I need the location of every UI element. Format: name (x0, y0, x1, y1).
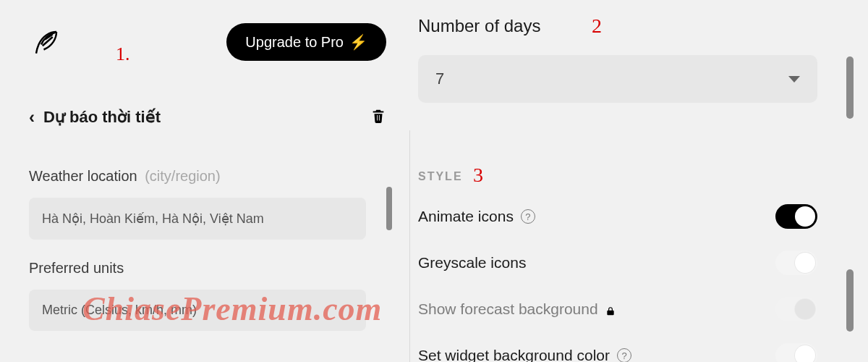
preferred-units-value: Metric (Celsius, km/h, mm) (42, 303, 197, 318)
upgrade-to-pro-button[interactable]: Upgrade to Pro ⚡ (226, 23, 386, 61)
widget-bg-color-label: Set widget background color (418, 347, 610, 362)
number-of-days-label: Number of days (418, 16, 540, 35)
style-row-show-forecast-bg: Show forecast background (418, 297, 817, 321)
weather-location-input[interactable]: Hà Nội, Hoàn Kiếm, Hà Nội, Việt Nam (29, 198, 366, 240)
scrollbar-thumb[interactable] (846, 56, 854, 119)
show-forecast-bg-toggle (775, 297, 817, 321)
style-row-animate-icons: Animate icons ? (418, 204, 817, 229)
weather-location-hint: (city/region) (145, 168, 220, 184)
page-title: Dự báo thời tiết (43, 108, 161, 127)
annotation-1: 1. (116, 43, 130, 65)
delete-button[interactable] (370, 107, 386, 127)
help-icon[interactable]: ? (617, 348, 631, 362)
animate-icons-label: Animate icons (418, 208, 514, 225)
greyscale-icons-toggle[interactable] (775, 251, 817, 275)
lightning-icon: ⚡ (349, 33, 367, 51)
caret-down-icon (788, 76, 800, 83)
greyscale-icons-label: Greyscale icons (418, 254, 526, 272)
help-icon[interactable]: ? (521, 209, 535, 224)
upgrade-label: Upgrade to Pro (245, 34, 344, 51)
back-button[interactable]: ‹ (29, 107, 43, 127)
number-of-days-select[interactable]: 7 (418, 55, 817, 103)
scrollbar-thumb[interactable] (846, 269, 854, 332)
preferred-units-label: Preferred units (29, 260, 124, 276)
feather-icon (29, 25, 64, 59)
weather-location-value: Hà Nội, Hoàn Kiếm, Hà Nội, Việt Nam (42, 211, 264, 227)
show-forecast-bg-label: Show forecast background (418, 300, 598, 318)
widget-bg-color-toggle[interactable] (775, 343, 817, 362)
style-heading: STYLE (418, 170, 463, 183)
style-row-greyscale-icons: Greyscale icons (418, 251, 817, 275)
preferred-units-select[interactable]: Metric (Celsius, km/h, mm) (29, 290, 366, 331)
column-divider (409, 130, 410, 362)
annotation-2: 2 (592, 14, 602, 38)
scrollbar-thumb[interactable] (386, 187, 392, 230)
annotation-3: 3 (473, 164, 483, 186)
lock-icon (605, 303, 616, 315)
animate-icons-toggle[interactable] (775, 204, 817, 229)
number-of-days-value: 7 (435, 70, 444, 88)
weather-location-label: Weather location (29, 168, 137, 184)
style-row-widget-bg-color: Set widget background color ? (418, 343, 817, 362)
